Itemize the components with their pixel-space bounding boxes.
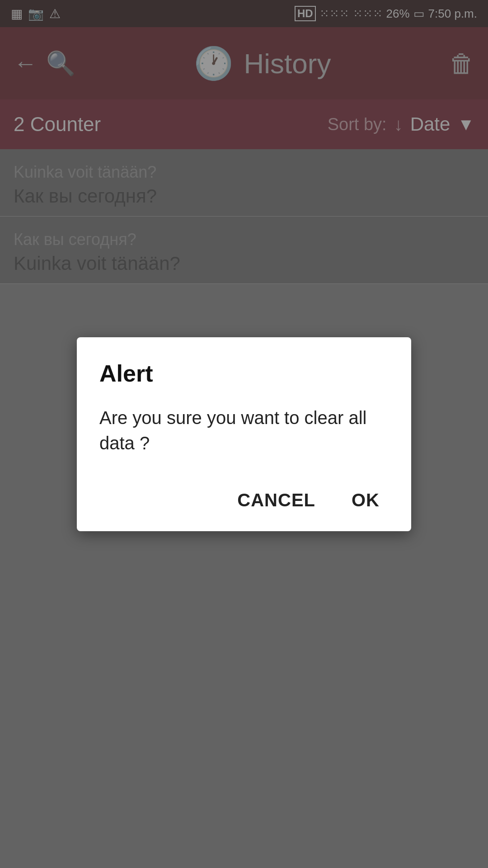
dialog-overlay: Alert Are you sure you want to clear all… [0, 0, 488, 868]
ok-button[interactable]: OK [343, 483, 389, 518]
dialog-title: Alert [99, 360, 389, 387]
dialog-message: Are you sure you want to clear all data … [99, 405, 389, 456]
cancel-button[interactable]: CANCEL [228, 483, 324, 518]
alert-dialog: Alert Are you sure you want to clear all… [77, 337, 411, 531]
dialog-buttons: CANCEL OK [99, 478, 389, 518]
